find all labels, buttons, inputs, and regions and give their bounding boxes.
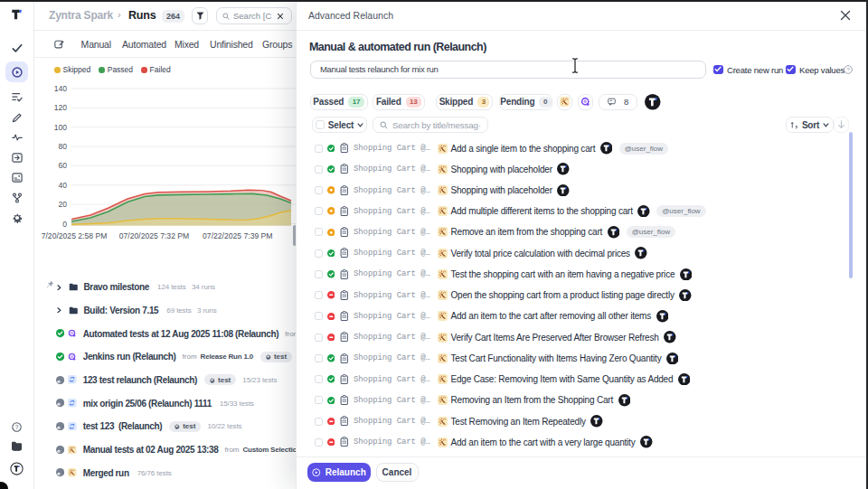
svg-text:40: 40: [58, 181, 67, 190]
svg-text:20: 20: [58, 200, 67, 209]
svg-text:07/22/2025 7:39 PM: 07/22/2025 7:39 PM: [203, 231, 272, 240]
svg-text:120: 120: [54, 103, 68, 112]
svg-text:7/20/2025 2:58 PM: 7/20/2025 2:58 PM: [42, 231, 108, 240]
svg-text:07/20/2025 7:32 PM: 07/20/2025 7:32 PM: [119, 231, 189, 240]
svg-text:60: 60: [58, 161, 67, 170]
svg-text:?: ?: [15, 424, 19, 430]
svg-text:0: 0: [62, 220, 67, 229]
svg-text:140: 140: [54, 84, 68, 93]
svg-text:?: ?: [846, 66, 850, 72]
svg-text:100: 100: [54, 123, 68, 132]
svg-text:80: 80: [58, 142, 67, 151]
